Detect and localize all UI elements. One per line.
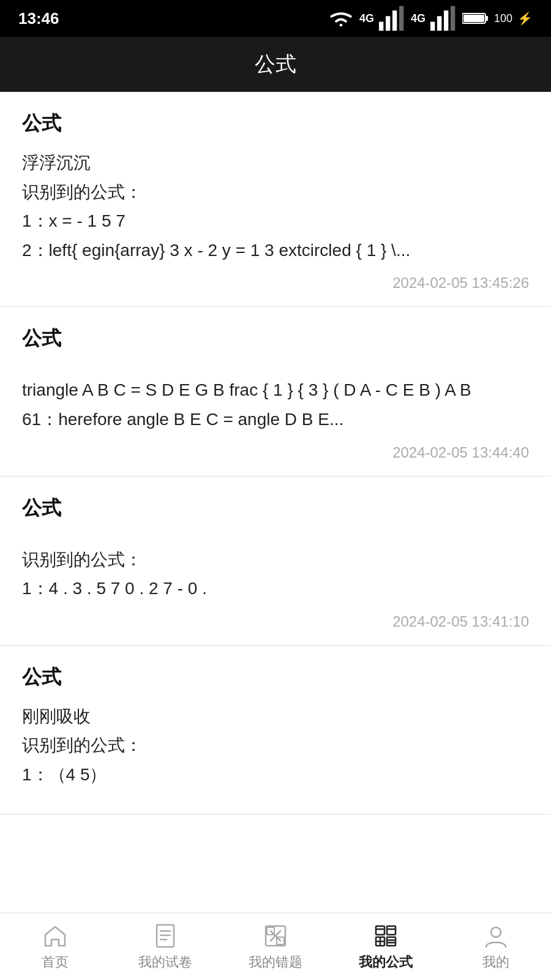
nav-mistakes-label: 我的错题 xyxy=(249,953,302,971)
card-1-body: 浮浮沉沉 识别到的公式： 1：x = - 1 5 7 2：left{ egin{… xyxy=(22,148,529,265)
signal-bars-1-icon xyxy=(379,5,406,32)
svg-rect-20 xyxy=(376,926,384,935)
signal-4g-2: 4G xyxy=(411,12,425,25)
card-2-time: 2024-02-05 13:44:40 xyxy=(22,444,529,461)
card-4-title: 公式 xyxy=(22,664,529,691)
svg-rect-2 xyxy=(392,10,397,31)
svg-rect-23 xyxy=(387,937,395,946)
card-2-body: triangle A B C = S D E G B frac { 1 } { … xyxy=(22,363,529,434)
wifi-icon xyxy=(328,5,354,32)
app-header: 公式 xyxy=(0,37,551,92)
battery-percent: 100 xyxy=(494,12,512,25)
svg-rect-4 xyxy=(430,22,435,31)
card-2-title: 公式 xyxy=(22,325,529,352)
svg-rect-9 xyxy=(485,16,488,21)
signal-4g-1: 4G xyxy=(359,12,374,25)
nav-formulas-label: 我的公式 xyxy=(359,953,413,971)
svg-rect-10 xyxy=(463,15,484,22)
formula-card-2[interactable]: 公式 triangle A B C = S D E G B frac { 1 }… xyxy=(0,307,551,476)
nav-profile-label: 我的 xyxy=(482,953,509,971)
card-4-body: 刚刚吸收 识别到的公式： 1：（4 5） xyxy=(22,702,529,790)
nav-exams-label: 我的试卷 xyxy=(138,953,192,971)
home-icon xyxy=(42,922,69,949)
svg-rect-1 xyxy=(386,16,390,31)
svg-rect-21 xyxy=(387,926,395,935)
formulas-icon xyxy=(372,922,399,949)
signal-bars-2-icon xyxy=(430,5,457,32)
svg-rect-6 xyxy=(444,10,448,31)
nav-item-formulas[interactable]: 我的公式 xyxy=(331,922,441,971)
formula-card-1[interactable]: 公式 浮浮沉沉 识别到的公式： 1：x = - 1 5 7 2：left{ eg… xyxy=(0,92,551,307)
status-time: 13:46 xyxy=(18,9,59,28)
nav-item-home[interactable]: 首页 xyxy=(0,922,110,971)
main-content: 公式 浮浮沉沉 识别到的公式： 1：x = - 1 5 7 2：left{ eg… xyxy=(0,92,551,913)
profile-icon xyxy=(482,922,509,949)
nav-item-mistakes[interactable]: 我的错题 xyxy=(220,922,331,971)
card-3-time: 2024-02-05 13:41:10 xyxy=(22,613,529,630)
svg-rect-5 xyxy=(437,16,441,31)
formula-card-4[interactable]: 公式 刚刚吸收 识别到的公式： 1：（4 5） xyxy=(0,646,551,815)
card-1-time: 2024-02-05 13:45:26 xyxy=(22,274,529,292)
battery-icon xyxy=(462,5,489,32)
svg-rect-0 xyxy=(379,22,383,31)
status-icons: 4G 4G 100 ⚡ xyxy=(328,5,533,32)
charging-icon: ⚡ xyxy=(517,11,533,26)
card-3-body: 识别到的公式： 1：4 . 3 . 5 7 0 . 2 7 - 0 . xyxy=(22,533,529,603)
bottom-nav: 首页 我的试卷 我的错题 xyxy=(0,913,551,980)
nav-item-profile[interactable]: 我的 xyxy=(441,922,551,971)
svg-point-30 xyxy=(491,927,501,937)
formula-card-3[interactable]: 公式 识别到的公式： 1：4 . 3 . 5 7 0 . 2 7 - 0 . 2… xyxy=(0,477,551,646)
card-1-title: 公式 xyxy=(22,110,529,137)
card-3-title: 公式 xyxy=(22,495,529,522)
svg-rect-3 xyxy=(399,6,403,31)
status-bar: 13:46 4G 4G 100 ⚡ xyxy=(0,0,551,37)
nav-home-label: 首页 xyxy=(42,953,69,971)
mistakes-icon xyxy=(262,922,289,949)
header-title: 公式 xyxy=(255,52,296,75)
svg-rect-7 xyxy=(451,6,455,31)
nav-item-exams[interactable]: 我的试卷 xyxy=(110,922,220,971)
exams-icon xyxy=(152,922,179,949)
